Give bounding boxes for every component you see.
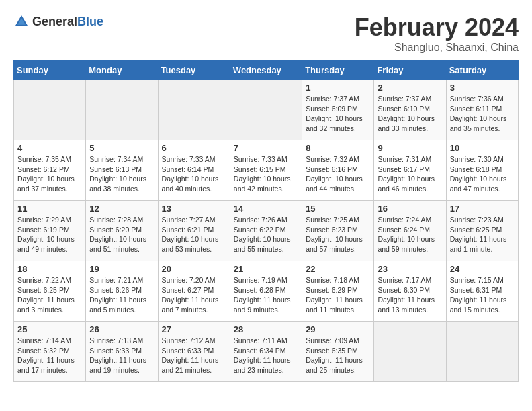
calendar-week-4: 18Sunrise: 7:22 AMSunset: 6:25 PMDayligh… [14, 261, 519, 322]
calendar-cell: 29Sunrise: 7:09 AMSunset: 6:35 PMDayligh… [302, 322, 374, 382]
day-number: 29 [306, 324, 370, 334]
calendar-cell: 20Sunrise: 7:20 AMSunset: 6:27 PMDayligh… [158, 261, 230, 322]
day-number: 3 [450, 83, 515, 93]
logo-text: GeneralBlue [32, 15, 103, 29]
day-number: 10 [450, 143, 515, 153]
day-info: Sunrise: 7:31 AMSunset: 6:17 PMDaylight:… [378, 154, 442, 194]
header-day-friday: Friday [374, 61, 446, 80]
day-number: 25 [17, 324, 82, 334]
day-number: 15 [306, 203, 370, 214]
day-number: 26 [89, 324, 154, 334]
day-number: 11 [17, 203, 82, 214]
calendar-week-2: 4Sunrise: 7:35 AMSunset: 6:12 PMDaylight… [14, 140, 519, 201]
header-day-sunday: Sunday [14, 61, 86, 80]
calendar-cell: 3Sunrise: 7:36 AMSunset: 6:11 PMDaylight… [446, 80, 518, 140]
month-title: February 2024 [355, 13, 519, 42]
calendar-table: SundayMondayTuesdayWednesdayThursdayFrid… [13, 60, 519, 382]
day-number: 12 [89, 203, 154, 214]
header-day-tuesday: Tuesday [158, 61, 230, 80]
day-number: 6 [162, 143, 226, 153]
calendar-week-3: 11Sunrise: 7:29 AMSunset: 6:19 PMDayligh… [14, 201, 519, 261]
calendar-cell: 13Sunrise: 7:27 AMSunset: 6:21 PMDayligh… [158, 201, 230, 261]
day-number: 24 [450, 264, 515, 274]
day-number: 19 [89, 264, 154, 274]
logo-icon [13, 13, 30, 30]
logo: GeneralBlue [13, 13, 103, 30]
calendar-cell: 25Sunrise: 7:14 AMSunset: 6:32 PMDayligh… [14, 322, 86, 382]
calendar-cell: 23Sunrise: 7:17 AMSunset: 6:30 PMDayligh… [374, 261, 446, 322]
day-number: 18 [17, 264, 82, 274]
header-day-monday: Monday [86, 61, 158, 80]
location: Shangluo, Shaanxi, China [355, 42, 519, 54]
calendar-cell [374, 322, 446, 382]
day-number: 7 [234, 143, 298, 153]
title-area: February 2024 Shangluo, Shaanxi, China [355, 13, 519, 54]
day-info: Sunrise: 7:17 AMSunset: 6:30 PMDaylight:… [378, 275, 442, 315]
day-info: Sunrise: 7:25 AMSunset: 6:23 PMDaylight:… [306, 215, 370, 255]
day-info: Sunrise: 7:35 AMSunset: 6:12 PMDaylight:… [17, 154, 82, 194]
day-number: 2 [378, 83, 442, 93]
day-info: Sunrise: 7:23 AMSunset: 6:25 PMDaylight:… [450, 215, 515, 255]
calendar-cell: 26Sunrise: 7:13 AMSunset: 6:33 PMDayligh… [86, 322, 158, 382]
day-number: 22 [306, 264, 370, 274]
calendar-cell: 22Sunrise: 7:18 AMSunset: 6:29 PMDayligh… [302, 261, 374, 322]
calendar-cell: 27Sunrise: 7:12 AMSunset: 6:33 PMDayligh… [158, 322, 230, 382]
calendar-cell: 11Sunrise: 7:29 AMSunset: 6:19 PMDayligh… [14, 201, 86, 261]
day-info: Sunrise: 7:29 AMSunset: 6:19 PMDaylight:… [17, 215, 82, 255]
day-info: Sunrise: 7:18 AMSunset: 6:29 PMDaylight:… [306, 275, 370, 315]
calendar-cell: 24Sunrise: 7:15 AMSunset: 6:31 PMDayligh… [446, 261, 518, 322]
calendar-cell: 2Sunrise: 7:37 AMSunset: 6:10 PMDaylight… [374, 80, 446, 140]
calendar-cell [158, 80, 230, 140]
calendar-week-5: 25Sunrise: 7:14 AMSunset: 6:32 PMDayligh… [14, 322, 519, 382]
day-number: 9 [378, 143, 442, 153]
calendar-cell: 10Sunrise: 7:30 AMSunset: 6:18 PMDayligh… [446, 140, 518, 201]
calendar-cell: 15Sunrise: 7:25 AMSunset: 6:23 PMDayligh… [302, 201, 374, 261]
calendar-cell: 6Sunrise: 7:33 AMSunset: 6:14 PMDaylight… [158, 140, 230, 201]
day-info: Sunrise: 7:34 AMSunset: 6:13 PMDaylight:… [89, 154, 154, 194]
day-info: Sunrise: 7:14 AMSunset: 6:32 PMDaylight:… [17, 336, 82, 375]
calendar-cell: 19Sunrise: 7:21 AMSunset: 6:26 PMDayligh… [86, 261, 158, 322]
day-number: 8 [306, 143, 370, 153]
calendar-cell: 28Sunrise: 7:11 AMSunset: 6:34 PMDayligh… [230, 322, 302, 382]
page-header: GeneralBlue February 2024 Shangluo, Shaa… [13, 13, 519, 54]
day-info: Sunrise: 7:21 AMSunset: 6:26 PMDaylight:… [89, 275, 154, 315]
day-info: Sunrise: 7:13 AMSunset: 6:33 PMDaylight:… [89, 336, 154, 375]
day-number: 28 [234, 324, 298, 334]
day-info: Sunrise: 7:36 AMSunset: 6:11 PMDaylight:… [450, 94, 515, 134]
calendar-cell [14, 80, 86, 140]
calendar-cell [86, 80, 158, 140]
day-info: Sunrise: 7:24 AMSunset: 6:24 PMDaylight:… [378, 215, 442, 255]
header-day-saturday: Saturday [446, 61, 518, 80]
day-number: 13 [162, 203, 226, 214]
calendar-cell: 18Sunrise: 7:22 AMSunset: 6:25 PMDayligh… [14, 261, 86, 322]
day-number: 20 [162, 264, 226, 274]
calendar-cell: 9Sunrise: 7:31 AMSunset: 6:17 PMDaylight… [374, 140, 446, 201]
day-info: Sunrise: 7:28 AMSunset: 6:20 PMDaylight:… [89, 215, 154, 255]
day-number: 23 [378, 264, 442, 274]
day-number: 16 [378, 203, 442, 214]
day-number: 17 [450, 203, 515, 214]
calendar-cell: 1Sunrise: 7:37 AMSunset: 6:09 PMDaylight… [302, 80, 374, 140]
calendar-cell: 5Sunrise: 7:34 AMSunset: 6:13 PMDaylight… [86, 140, 158, 201]
calendar-cell: 12Sunrise: 7:28 AMSunset: 6:20 PMDayligh… [86, 201, 158, 261]
day-info: Sunrise: 7:33 AMSunset: 6:14 PMDaylight:… [162, 154, 226, 194]
day-number: 5 [89, 143, 154, 153]
day-info: Sunrise: 7:11 AMSunset: 6:34 PMDaylight:… [234, 336, 298, 375]
header-day-wednesday: Wednesday [230, 61, 302, 80]
day-info: Sunrise: 7:37 AMSunset: 6:10 PMDaylight:… [378, 94, 442, 134]
day-info: Sunrise: 7:27 AMSunset: 6:21 PMDaylight:… [162, 215, 226, 255]
calendar-cell [230, 80, 302, 140]
day-info: Sunrise: 7:15 AMSunset: 6:31 PMDaylight:… [450, 275, 515, 315]
day-info: Sunrise: 7:37 AMSunset: 6:09 PMDaylight:… [306, 94, 370, 134]
calendar-cell: 7Sunrise: 7:33 AMSunset: 6:15 PMDaylight… [230, 140, 302, 201]
day-number: 1 [306, 83, 370, 93]
day-info: Sunrise: 7:26 AMSunset: 6:22 PMDaylight:… [234, 215, 298, 255]
calendar-cell: 16Sunrise: 7:24 AMSunset: 6:24 PMDayligh… [374, 201, 446, 261]
day-info: Sunrise: 7:32 AMSunset: 6:16 PMDaylight:… [306, 154, 370, 194]
day-info: Sunrise: 7:22 AMSunset: 6:25 PMDaylight:… [17, 275, 82, 315]
calendar-cell: 4Sunrise: 7:35 AMSunset: 6:12 PMDaylight… [14, 140, 86, 201]
day-number: 21 [234, 264, 298, 274]
day-number: 14 [234, 203, 298, 214]
day-number: 27 [162, 324, 226, 334]
day-info: Sunrise: 7:20 AMSunset: 6:27 PMDaylight:… [162, 275, 226, 315]
